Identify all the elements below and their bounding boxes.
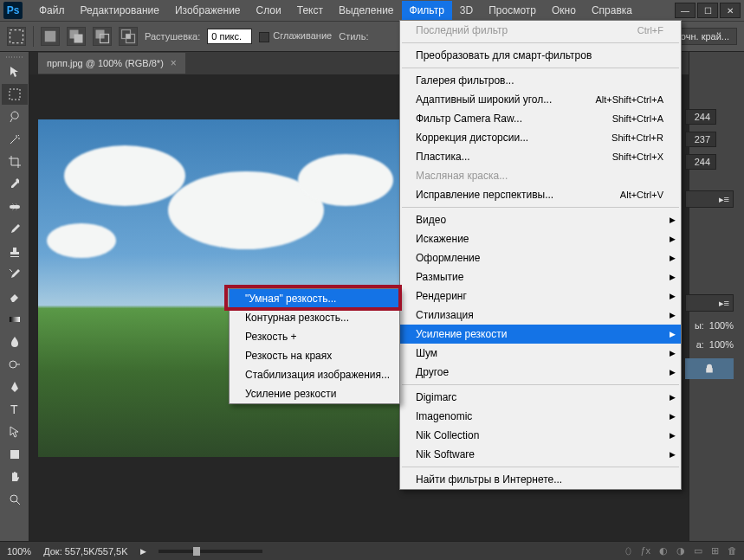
menu-group-video[interactable]: Видео▶ [400, 210, 681, 229]
menu-window[interactable]: Окно [544, 1, 584, 20]
menu-group-other[interactable]: Другое▶ [400, 363, 681, 382]
close-button[interactable]: ✕ [720, 3, 741, 18]
dodge-tool-icon[interactable] [2, 354, 28, 375]
menu-text[interactable]: Текст [289, 1, 331, 20]
submenu-unsharp-mask[interactable]: Контурная резкость... [230, 308, 399, 327]
zoom-level[interactable]: 100% [7, 546, 31, 557]
menu-group-sharpen[interactable]: Усиление резкости▶ [400, 325, 681, 344]
opacity2-value[interactable]: 100% [709, 339, 734, 350]
zoom-tool-icon[interactable] [2, 489, 28, 510]
minimize-button[interactable]: — [675, 3, 695, 18]
menu-file[interactable]: Файл [31, 1, 73, 20]
menu-edit[interactable]: Редактирование [73, 1, 167, 20]
trash-icon[interactable]: 🗑 [728, 545, 737, 557]
menu-camera-raw[interactable]: Фильтр Camera Raw...Shift+Ctrl+A [400, 109, 681, 128]
opacity1-value[interactable]: 100% [709, 320, 734, 331]
lasso-tool-icon[interactable] [2, 106, 28, 127]
new-layer-icon[interactable]: ⊞ [711, 545, 719, 557]
menu-vanishing-point[interactable]: Исправление перспективы...Alt+Ctrl+V [400, 185, 681, 204]
fx-icon[interactable]: ƒx [640, 545, 650, 557]
menu-plugin-digimarc[interactable]: Digimarc▶ [400, 388, 681, 407]
mask-icon[interactable]: ◐ [659, 545, 668, 557]
submenu-sharpen-edges[interactable]: Резкость на краях [230, 346, 399, 365]
filter-dropdown: Последний фильтрCtrl+F Преобразовать для… [399, 20, 682, 490]
menu-filter[interactable]: Фильтр [402, 1, 452, 20]
menu-liquify[interactable]: Пластика...Shift+Ctrl+X [400, 147, 681, 166]
menu-last-filter[interactable]: Последний фильтрCtrl+F [400, 21, 681, 40]
magic-wand-tool-icon[interactable] [2, 129, 28, 150]
selection-subtract-icon[interactable] [93, 27, 112, 46]
menu-plugin-imagenomic[interactable]: Imagenomic▶ [400, 407, 681, 426]
marquee-tool-preset-icon[interactable] [7, 27, 26, 46]
menu-plugin-nik-software[interactable]: Nik Software▶ [400, 445, 681, 464]
menu-browse-filters[interactable]: Найти фильтры в Интернете... [400, 470, 681, 489]
doc-size-value: 557,5K/557,5K [65, 546, 128, 557]
selection-add-icon[interactable] [67, 27, 86, 46]
eraser-tool-icon[interactable] [2, 286, 28, 307]
menu-filter-gallery[interactable]: Галерея фильтров... [400, 71, 681, 90]
crop-tool-icon[interactable] [2, 151, 28, 172]
menu-3d[interactable]: 3D [452, 1, 481, 20]
selection-new-icon[interactable] [41, 27, 60, 46]
marquee-tool-icon[interactable] [2, 84, 28, 105]
submenu-smart-sharpen[interactable]: "Умная" резкость... [230, 289, 399, 308]
status-slider[interactable] [159, 550, 262, 553]
move-tool-icon[interactable] [2, 61, 28, 82]
blur-tool-icon[interactable] [2, 331, 28, 352]
opacity2-label: а: [696, 339, 704, 350]
menu-plugin-nik-collection[interactable]: Nik Collection▶ [400, 426, 681, 445]
tab-close-icon[interactable]: × [171, 57, 177, 69]
svg-rect-1 [45, 31, 56, 42]
submenu-sharpen-more[interactable]: Резкость + [230, 327, 399, 346]
feather-label: Растушевка: [145, 31, 200, 42]
layer-lock-row[interactable] [685, 358, 734, 379]
healing-brush-tool-icon[interactable] [2, 196, 28, 217]
gradient-tool-icon[interactable] [2, 309, 28, 330]
panel-collapsed-1[interactable]: ▸≡ [685, 190, 734, 208]
menu-oil-paint[interactable]: Масляная краска... [400, 166, 681, 185]
menu-group-pixelate[interactable]: Оформление▶ [400, 248, 681, 267]
menu-smart-convert[interactable]: Преобразовать для смарт-фильтров [400, 46, 681, 65]
menu-layers[interactable]: Слои [249, 1, 289, 20]
antialias-check[interactable]: Сглаживание [259, 30, 332, 42]
svg-rect-9 [10, 89, 20, 100]
menu-group-blur[interactable]: Размытие▶ [400, 267, 681, 286]
hand-tool-icon[interactable] [2, 467, 28, 487]
stamp-tool-icon[interactable] [2, 241, 28, 262]
menu-adaptive-wide[interactable]: Адаптивный широкий угол...Alt+Shift+Ctrl… [400, 90, 681, 109]
app-logo: Ps [3, 2, 23, 19]
menu-select[interactable]: Выделение [331, 1, 402, 20]
panel-collapsed-2[interactable]: ▸≡ [685, 294, 734, 312]
group-icon[interactable]: ▭ [694, 545, 702, 557]
feather-input[interactable] [207, 29, 252, 44]
path-selection-tool-icon[interactable] [2, 422, 28, 442]
color-value-2[interactable]: 237 [685, 132, 716, 147]
document-tab-title: прпп.jpg @ 100% (RGB/8*) [47, 58, 164, 68]
maximize-button[interactable]: ☐ [697, 3, 718, 18]
color-value-3[interactable]: 244 [685, 154, 716, 170]
menu-image[interactable]: Изображение [167, 1, 249, 20]
toolbox-grip[interactable] [0, 54, 29, 61]
menu-group-noise[interactable]: Шум▶ [400, 344, 681, 363]
submenu-shake-reduction[interactable]: Стабилизация изображения... [230, 365, 399, 384]
adjustment-icon[interactable]: ◑ [676, 545, 685, 557]
menu-group-render[interactable]: Рендеринг▶ [400, 286, 681, 306]
menu-help[interactable]: Справка [584, 1, 640, 20]
shape-tool-icon[interactable] [2, 444, 28, 465]
menu-view[interactable]: Просмотр [481, 1, 544, 20]
menu-group-distort[interactable]: Искажение▶ [400, 229, 681, 248]
brush-tool-icon[interactable] [2, 219, 28, 240]
type-tool-icon[interactable]: T [2, 399, 28, 420]
lock-icon [704, 364, 715, 374]
menu-group-stylize[interactable]: Стилизация▶ [400, 306, 681, 325]
menu-lens-correction[interactable]: Коррекция дисторсии...Shift+Ctrl+R [400, 128, 681, 147]
pen-tool-icon[interactable] [2, 377, 28, 397]
history-brush-tool-icon[interactable] [2, 264, 28, 285]
window-controls: — ☐ ✕ [675, 3, 741, 18]
eyedropper-tool-icon[interactable] [2, 174, 28, 195]
link-icon[interactable]: ⬯ [625, 545, 631, 557]
color-value-1[interactable]: 244 [685, 109, 716, 125]
document-tab[interactable]: прпп.jpg @ 100% (RGB/8*) × [38, 53, 185, 74]
selection-intersect-icon[interactable] [119, 27, 138, 46]
submenu-sharpen[interactable]: Усиление резкости [230, 384, 399, 403]
